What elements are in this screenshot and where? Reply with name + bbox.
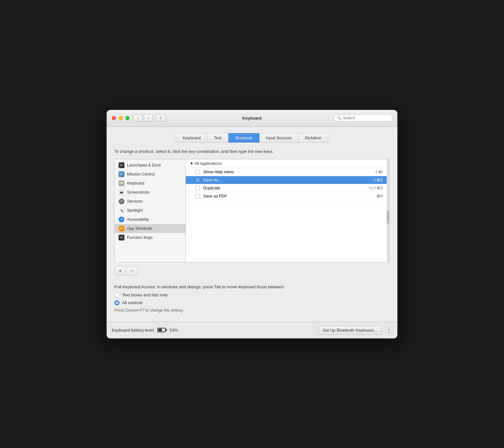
shortcut-key-show-help: ⇧⌘/ xyxy=(375,170,383,174)
shortcut-checkbox-save-pdf[interactable] xyxy=(195,194,200,198)
bottom-right: Set Up Bluetooth Keyboard... ? xyxy=(318,326,392,335)
sidebar-item-function-keys[interactable]: fn Function Keys xyxy=(115,233,185,242)
maximize-button[interactable] xyxy=(125,116,130,120)
help-button[interactable]: ? xyxy=(385,326,392,334)
back-button[interactable]: ‹ xyxy=(133,114,142,122)
forward-button[interactable]: › xyxy=(144,114,153,122)
spotlight-icon: 🔦 xyxy=(119,208,124,213)
nav-buttons: ‹ › xyxy=(133,114,153,122)
shortcut-name-save-as: Save As... xyxy=(203,178,373,182)
sidebar-label-services: Services xyxy=(127,199,142,204)
tab-text[interactable]: Text xyxy=(207,133,228,143)
radio-all-controls-label: All controls xyxy=(122,300,143,305)
launchpad-icon: ⊞ xyxy=(119,162,124,168)
traffic-lights xyxy=(112,116,130,120)
scrollbar[interactable] xyxy=(387,159,389,262)
services-icon: ⚙ xyxy=(119,198,124,204)
bottom-bar: Keyboard battery level: 53% Set Up Bluet… xyxy=(107,322,397,338)
sidebar-label-screenshots: Screenshots xyxy=(127,190,149,195)
radio-dot xyxy=(116,302,118,304)
sidebar-item-accessibility[interactable]: ♿ Accessibility xyxy=(115,215,185,224)
titlebar: ‹ › ⠿ Keyboard 🔍 xyxy=(107,110,397,127)
fnkeys-icon: fn xyxy=(119,235,124,240)
shortcut-row-duplicate[interactable]: Duplicate ⌥⇧⌘S xyxy=(186,184,387,192)
window-title: Keyboard xyxy=(242,116,262,121)
tab-shortcuts[interactable]: Shortcuts xyxy=(228,133,259,143)
battery-label: Keyboard battery level: xyxy=(112,328,155,333)
shortcut-name-save-pdf: Save as PDF xyxy=(203,194,376,198)
shortcut-key-save-as: ⇧⌘S xyxy=(373,178,383,182)
grid-button[interactable]: ⠿ xyxy=(155,114,166,122)
shortcut-key-duplicate: ⌥⇧⌘S xyxy=(369,186,383,190)
shortcut-key-save-pdf: ⌘P xyxy=(376,194,383,198)
split-pane: ⊞ Launchpad & Dock ⊟ Mission Control ⌨ K… xyxy=(114,159,390,262)
back-icon: ‹ xyxy=(137,116,139,120)
sidebar-item-services[interactable]: ⚙ Services xyxy=(115,197,185,206)
close-button[interactable] xyxy=(112,116,116,120)
scrollbar-thumb xyxy=(387,211,389,224)
screenshot-icon: 📷 xyxy=(119,189,124,195)
tab-keyboard[interactable]: Keyboard xyxy=(176,133,207,143)
sidebar-item-launchpad[interactable]: ⊞ Launchpad & Dock xyxy=(115,161,185,170)
sidebar-item-app-shortcuts[interactable]: ✦ App Shortcuts xyxy=(115,224,185,233)
add-shortcut-button[interactable]: + xyxy=(114,266,126,275)
radio-text-boxes-input[interactable] xyxy=(114,293,120,298)
minimize-button[interactable] xyxy=(119,116,123,120)
instruction-text: To change a shortcut, select it, click t… xyxy=(114,149,390,154)
shortcut-checkbox-save-as[interactable] xyxy=(195,178,200,182)
sidebar-label-mission: Mission Control xyxy=(127,172,155,176)
search-box[interactable]: 🔍 xyxy=(334,114,392,122)
forward-icon: › xyxy=(148,116,149,120)
battery-tip xyxy=(166,329,167,331)
radio-text-boxes-label: Text boxes and lists only xyxy=(122,293,168,297)
search-input[interactable] xyxy=(343,116,389,120)
group-header-text: ▼ All Applications xyxy=(190,161,222,166)
tab-input-sources[interactable]: Input Sources xyxy=(259,133,299,143)
radio-text-boxes[interactable]: Text boxes and lists only xyxy=(114,293,390,298)
sidebar-label-app-shortcuts: App Shortcuts xyxy=(127,226,152,231)
radio-group: Text boxes and lists only All controls xyxy=(114,293,390,305)
main-window: ‹ › ⠿ Keyboard 🔍 Keyboard Text Shortcuts… xyxy=(107,110,397,338)
battery-fill xyxy=(158,329,162,331)
tab-bar: Keyboard Text Shortcuts Input Sources Di… xyxy=(114,133,390,143)
keyboard-access-section: Full Keyboard Access: In windows and dia… xyxy=(114,281,390,315)
battery-info: Keyboard battery level: 53% xyxy=(112,328,178,333)
sidebar-label-keyboard: Keyboard xyxy=(127,181,144,186)
sidebar-label-function-keys: Function Keys xyxy=(127,235,152,240)
sidebar-label-accessibility: Accessibility xyxy=(127,217,149,222)
search-icon: 🔍 xyxy=(337,116,341,120)
remove-shortcut-button[interactable]: − xyxy=(126,266,138,275)
accessibility-icon: ♿ xyxy=(119,217,124,222)
sidebar-item-screenshots[interactable]: 📷 Screenshots xyxy=(115,188,185,197)
sidebar-item-spotlight[interactable]: 🔦 Spotlight xyxy=(115,206,185,215)
appshortcuts-icon: ✦ xyxy=(119,226,124,231)
keyboard-access-title: Full Keyboard Access: In windows and dia… xyxy=(114,284,390,289)
sidebar-item-keyboard[interactable]: ⌨ Keyboard xyxy=(115,179,185,188)
shortcuts-sidebar: ⊞ Launchpad & Dock ⊟ Mission Control ⌨ K… xyxy=(115,159,186,262)
grid-icon: ⠿ xyxy=(160,116,162,120)
tab-dictation[interactable]: Dictation xyxy=(299,133,328,143)
setup-bluetooth-button[interactable]: Set Up Bluetooth Keyboard... xyxy=(318,326,382,335)
radio-all-controls-input[interactable] xyxy=(114,300,120,305)
shortcut-row-show-help[interactable]: Show Help menu ⇧⌘/ xyxy=(186,168,387,176)
shortcut-row-save-as[interactable]: Save As... ⇧⌘S xyxy=(186,176,387,184)
battery-percent: 53% xyxy=(170,328,178,333)
mission-icon: ⊟ xyxy=(119,171,124,177)
battery-icon xyxy=(157,328,167,332)
group-header[interactable]: ▼ All Applications xyxy=(186,159,387,168)
battery-body xyxy=(157,328,166,332)
shortcut-checkbox-duplicate[interactable] xyxy=(195,186,200,190)
sidebar-label-launchpad: Launchpad & Dock xyxy=(127,163,161,167)
sidebar-item-mission[interactable]: ⊟ Mission Control xyxy=(115,170,185,179)
shortcut-row-save-pdf[interactable]: Save as PDF ⌘P xyxy=(186,192,387,200)
sidebar-label-spotlight: Spotlight xyxy=(127,208,143,213)
shortcut-checkbox-show-help[interactable] xyxy=(195,170,200,174)
radio-all-controls[interactable]: All controls xyxy=(114,300,390,305)
keyboard-access-hint: Press Control+F7 to change this setting. xyxy=(114,308,390,313)
shortcut-name-duplicate: Duplicate xyxy=(203,186,369,190)
keyboard-icon: ⌨ xyxy=(119,180,124,186)
shortcut-name-show-help: Show Help menu xyxy=(203,170,375,174)
content-area: Keyboard Text Shortcuts Input Sources Di… xyxy=(107,127,397,322)
add-remove-bar: + − xyxy=(114,266,390,275)
detail-pane: ▼ All Applications Show Help menu ⇧⌘/ Sa… xyxy=(186,159,387,262)
